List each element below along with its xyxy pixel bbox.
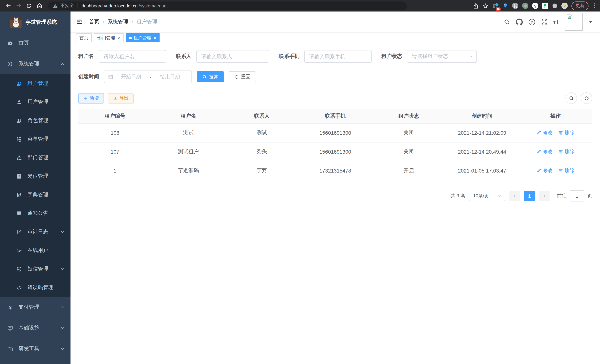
sidebar-item-role[interactable]: 角色管理 <box>0 111 71 130</box>
browser-menu-icon[interactable] <box>592 5 596 6</box>
prev-page-button[interactable] <box>509 191 520 201</box>
avatar-dropdown-icon[interactable] <box>589 21 593 23</box>
browser-home-button[interactable] <box>35 1 44 10</box>
tags-view: 首页部门管理×租户管理× <box>71 32 600 43</box>
url-host: dashboard.yudao.iocoder.cn <box>82 3 138 8</box>
command-extension-icon[interactable] <box>512 3 518 9</box>
collapse-sidebar-icon[interactable] <box>76 19 83 25</box>
sidebar-item-sms[interactable]: 短信管理 <box>0 260 71 278</box>
profile-avatar-icon[interactable] <box>562 3 568 9</box>
calendar-icon <box>108 74 113 79</box>
next-page-button[interactable] <box>539 191 550 201</box>
sidebar-item-menu[interactable]: 菜单管理 <box>0 130 71 149</box>
sidebar-item-dict[interactable]: 字典管理 <box>0 186 71 204</box>
navbar: 首页 / 系统管理 / 租户管理 ? <box>71 11 600 32</box>
goto-page-input[interactable] <box>570 190 584 202</box>
contact-input[interactable] <box>196 50 269 63</box>
page-number-button[interactable]: 1 <box>524 191 535 201</box>
sidebar-item-error-code[interactable]: 错误码管理 <box>0 278 71 297</box>
breadcrumb-system[interactable]: 系统管理 <box>108 19 128 25</box>
header-search-icon[interactable] <box>504 19 510 25</box>
edit-link[interactable]: 修改 <box>536 130 553 136</box>
chevron-down-icon <box>60 347 65 351</box>
delete-link[interactable]: 删除 <box>558 130 574 136</box>
sidebar-item-label: 部门管理 <box>28 154 48 161</box>
flag-extension-icon[interactable] <box>542 3 548 9</box>
url-path: /system/tenant <box>139 3 168 8</box>
sidebar-item-pay[interactable]: ¥支付管理 <box>0 297 71 318</box>
record-extension-icon[interactable] <box>522 3 528 9</box>
cell-created: 2021-12-14 21:02:09 <box>445 123 519 142</box>
close-icon[interactable]: × <box>117 36 120 40</box>
active-tab-dot <box>129 37 131 39</box>
reset-button[interactable]: 重置 <box>229 71 256 82</box>
user-avatar[interactable] <box>565 13 582 31</box>
status-select[interactable]: 请选择租户状态 <box>407 50 477 63</box>
toggle-search-button[interactable] <box>565 92 577 104</box>
help-icon[interactable]: ? <box>528 18 535 25</box>
table-header-row: 租户编号租户名联系人联系手机租户状态创建时间操作 <box>78 109 592 123</box>
sidebar-item-infra[interactable]: 基础设施 <box>0 318 71 338</box>
sidebar-item-tenant[interactable]: 租户管理 <box>0 74 71 93</box>
balloon-extension-icon[interactable] <box>502 3 508 9</box>
sidebar-item-system[interactable]: 系统管理 <box>0 53 71 74</box>
tab-home[interactable]: 首页 <box>76 33 92 42</box>
date-end-placeholder[interactable]: 结束日期 <box>152 74 188 80</box>
date-range-picker[interactable]: 开始日期 - 结束日期 <box>104 71 192 83</box>
total-count: 共 3 条 <box>450 193 465 199</box>
add-button[interactable]: 新增 <box>78 93 104 103</box>
page-content: 租户名 联系人 联系手机 租户状态 请选择租户状态 创建时间 <box>71 43 600 364</box>
extension-grid-icon[interactable]: 10 <box>492 2 499 9</box>
create-time-label: 创建时间 <box>78 74 99 80</box>
breadcrumb-current: 租户管理 <box>137 19 157 25</box>
fullscreen-icon[interactable] <box>541 19 548 25</box>
browser-back-button[interactable] <box>4 1 13 10</box>
sidebar-item-user[interactable]: 用户管理 <box>0 93 71 111</box>
bookmark-star-icon[interactable] <box>482 3 488 9</box>
sidebar-item-audit-log[interactable]: 审计日志 <box>0 223 71 241</box>
share-icon[interactable] <box>473 3 479 9</box>
extensions-puzzle-icon[interactable] <box>552 3 558 9</box>
github-icon[interactable] <box>516 18 523 25</box>
sidebar-item-notice[interactable]: 通知公告 <box>0 204 71 223</box>
tenant-name-input[interactable] <box>99 50 166 63</box>
sidebar-menu: 首页系统管理租户管理用户管理角色管理菜单管理部门管理岗位管理字典管理通知公告审计… <box>0 33 71 359</box>
export-button[interactable]: 导出 <box>108 93 134 103</box>
cell-actions: 修改删除 <box>519 123 592 142</box>
chevron-down-icon <box>60 267 65 271</box>
search-button[interactable]: 搜索 <box>197 71 224 82</box>
edit-link[interactable]: 修改 <box>536 167 553 174</box>
sidebar-item-dev-tool[interactable]: 研发工具 <box>0 338 71 359</box>
sidebar-item-label: 系统管理 <box>19 60 39 67</box>
tab-dept[interactable]: 部门管理× <box>94 33 123 42</box>
pagination: 共 3 条 10条/页 1 前往 页 <box>78 190 592 202</box>
refresh-button[interactable] <box>581 92 592 104</box>
sidebar-item-home[interactable]: 首页 <box>0 33 71 53</box>
sidebar-item-online-user[interactable]: 在线用户 <box>0 241 71 260</box>
message-icon <box>16 211 22 216</box>
close-icon[interactable]: × <box>153 36 156 40</box>
browser-forward-button[interactable] <box>14 1 23 10</box>
security-label[interactable]: 不安全 <box>60 3 74 9</box>
cell-mobile: 17321315478 <box>299 161 372 180</box>
font-size-icon[interactable]: TT <box>553 19 559 25</box>
users-icon <box>16 118 22 123</box>
chrome-update-button[interactable]: 更新 <box>572 1 589 10</box>
breadcrumb-home[interactable]: 首页 <box>89 19 99 25</box>
sidebar-item-dept[interactable]: 部门管理 <box>0 149 71 167</box>
edit-link[interactable]: 修改 <box>536 149 553 155</box>
tab-tenant[interactable]: 租户管理× <box>126 33 159 42</box>
mobile-input[interactable] <box>304 50 372 63</box>
browser-reload-button[interactable] <box>25 1 33 10</box>
address-bar[interactable]: 不安全 dashboard.yudao.iocoder.cn/system/te… <box>48 1 407 10</box>
delete-link[interactable]: 删除 <box>558 149 574 155</box>
sidebar-item-post[interactable]: 岗位管理 <box>0 167 71 186</box>
app-logo[interactable]: 芋道管理系统 <box>0 11 71 33</box>
security-warning-icon[interactable] <box>53 3 58 8</box>
page-size-select[interactable]: 10条/页 <box>469 191 505 201</box>
date-start-placeholder[interactable]: 开始日期 <box>113 74 149 80</box>
y-extension-icon[interactable]: y <box>532 3 538 9</box>
delete-link[interactable]: 删除 <box>558 167 574 174</box>
sidebar-item-label: 岗位管理 <box>28 173 48 180</box>
cell-mobile: 15601691300 <box>299 142 372 161</box>
